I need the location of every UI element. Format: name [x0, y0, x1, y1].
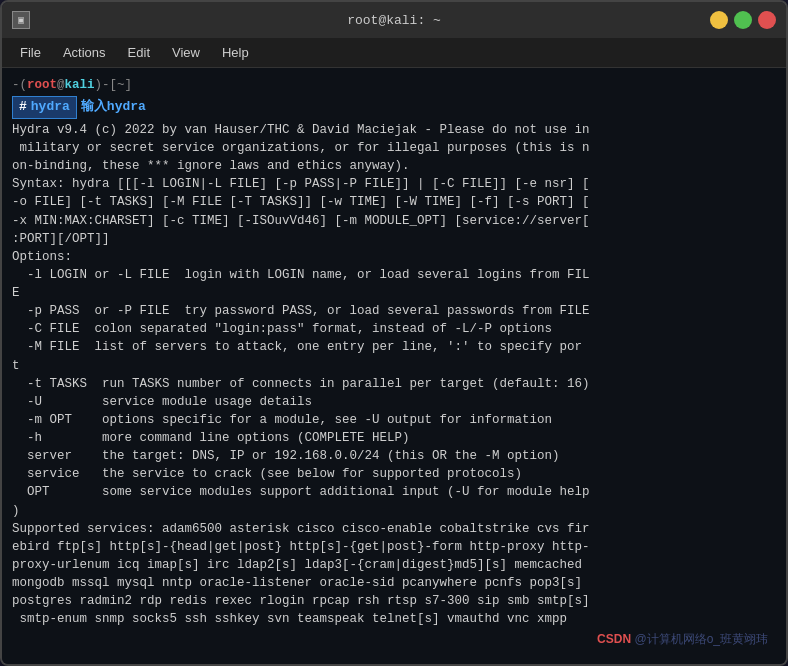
output-line-18: -U service module usage details [12, 393, 776, 411]
output-line-26: Supported services: adam6500 asterisk ci… [12, 520, 776, 538]
output-line-15: t [12, 357, 776, 375]
title-bar: ▣ root@kali: ~ − □ × [2, 2, 786, 38]
prompt-box: # hydra [12, 96, 77, 119]
minimize-button[interactable]: − [710, 11, 728, 29]
menu-help[interactable]: Help [212, 41, 259, 64]
menu-file[interactable]: File [10, 41, 51, 64]
output-line-12: -p PASS or -P FILE try password PASS, or… [12, 302, 776, 320]
title-bar-left: ▣ [12, 11, 30, 29]
output-line-4: Syntax: hydra [[[-l LOGIN|-L FILE] [-p P… [12, 175, 776, 193]
output-line-31: smtp-enum snmp socks5 ssh sshkey svn tea… [12, 610, 776, 628]
output-line-2: on-binding, these *** ignore laws and et… [12, 157, 776, 175]
output-line-10: -l LOGIN or -L FILE login with LOGIN nam… [12, 266, 776, 284]
output-line-24: ) [12, 502, 776, 520]
output-line-13: -C FILE colon separated "login:pass" for… [12, 320, 776, 338]
output-line-27: ebird ftp[s] http[s]-{head|get|post} htt… [12, 538, 776, 556]
output-line-30: postgres radmin2 rdp redis rexec rlogin … [12, 592, 776, 610]
maximize-button[interactable]: □ [734, 11, 752, 29]
terminal-output[interactable]: -(root@kali)-[~] # hydra 输入hydra Hydra v… [2, 68, 786, 664]
window-title: root@kali: ~ [347, 13, 441, 28]
menu-view[interactable]: View [162, 41, 210, 64]
output-line-20: -h more command line options (COMPLETE H… [12, 429, 776, 447]
window-controls: − □ × [710, 11, 776, 29]
output-line-9: Options: [12, 248, 776, 266]
output-line-7: :PORT][/OPT]] [12, 230, 776, 248]
terminal-window: ▣ root@kali: ~ − □ × File Actions Edit V… [0, 0, 788, 666]
output-line-29: mongodb mssql mysql nntp oracle-listener… [12, 574, 776, 592]
menu-bar: File Actions Edit View Help [2, 38, 786, 68]
output-line-14: -M FILE list of servers to attack, one e… [12, 338, 776, 356]
output-line-21: server the target: DNS, IP or 192.168.0.… [12, 447, 776, 465]
terminal-icon: ▣ [12, 11, 30, 29]
close-button[interactable]: × [758, 11, 776, 29]
output-line-0: Hydra v9.4 (c) 2022 by van Hauser/THC & … [12, 121, 776, 139]
output-line-19: -m OPT options specific for a module, se… [12, 411, 776, 429]
output-line-23: OPT some service modules support additio… [12, 483, 776, 501]
output-line-17: -t TASKS run TASKS number of connects in… [12, 375, 776, 393]
output-line-5: -o FILE] [-t TASKS] [-M FILE [-T TASKS]]… [12, 193, 776, 211]
output-line-22: service the service to crack (see below … [12, 465, 776, 483]
command-line: # hydra 输入hydra [12, 96, 776, 119]
output-line-1: military or secret service organizations… [12, 139, 776, 157]
output-line-28: proxy-urlenum icq imap[s] irc ldap2[s] l… [12, 556, 776, 574]
output-line-11: E [12, 284, 776, 302]
menu-edit[interactable]: Edit [118, 41, 160, 64]
output-line-6: -x MIN:MAX:CHARSET] [-c TIME] [-ISOuvVd4… [12, 212, 776, 230]
menu-actions[interactable]: Actions [53, 41, 116, 64]
prompt-line: -(root@kali)-[~] [12, 76, 776, 94]
